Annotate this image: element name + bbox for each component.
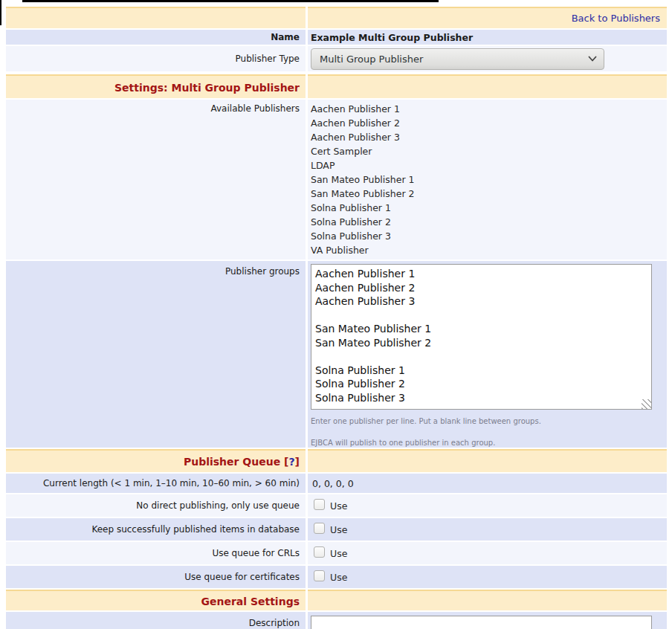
publisher-groups-cell: Aachen Publisher 1 Aachen Publisher 2 Aa…: [308, 261, 667, 448]
keep-published-items-cell: Use: [308, 518, 667, 541]
list-item: LDAP: [311, 158, 667, 172]
list-item: Aachen Publisher 2: [311, 116, 667, 130]
publisher-queue-title: Publisher Queue [?]: [6, 449, 306, 472]
settings-section-header-spacer: [308, 74, 667, 98]
keep-published-items-label: Keep successfully published items in dat…: [6, 518, 306, 541]
use-queue-crls-use-label[interactable]: Use: [330, 548, 347, 559]
publisher-type-row: Publisher Type Multi Group Publisher: [6, 46, 667, 71]
name-label: Name: [6, 30, 306, 45]
current-length-label: Current length (< 1 min, 1–10 min, 10–60…: [6, 474, 306, 493]
settings-section-title: Settings: Multi Group Publisher: [6, 74, 306, 98]
back-to-publishers-link[interactable]: Back to Publishers: [572, 13, 660, 24]
screenshot-edge-artifact: [0, 0, 1, 25]
top-bar: Back to Publishers: [6, 7, 667, 28]
no-direct-publishing-label: No direct publishing, only use queue: [6, 494, 306, 517]
publisher-queue-header-row: Publisher Queue [?]: [6, 449, 667, 472]
use-queue-certificates-checkbox[interactable]: [314, 570, 325, 581]
available-publishers-row: Available Publishers Aachen Publisher 1A…: [6, 100, 667, 259]
current-length-value: 0, 0, 0, 0: [308, 474, 667, 493]
list-item: Solna Publisher 2: [311, 215, 667, 229]
settings-section-header-row: Settings: Multi Group Publisher: [6, 74, 667, 98]
list-item: San Mateo Publisher 1: [311, 172, 667, 187]
publisher-type-select-wrap: Multi Group Publisher: [311, 48, 604, 70]
no-direct-publishing-checkbox[interactable]: [314, 499, 325, 510]
queue-help-link[interactable]: ?: [288, 456, 294, 468]
top-bar-left: [6, 7, 306, 28]
general-settings-title: General Settings: [6, 590, 306, 610]
publisher-groups-help-1: Enter one publisher per line. Put a blan…: [311, 417, 667, 425]
use-queue-crls-row: Use queue for CRLs Use: [6, 542, 667, 564]
publisher-type-cell: Multi Group Publisher: [308, 46, 667, 71]
publisher-form-table: Back to Publishers Name Example Multi Gr…: [6, 7, 667, 629]
list-item: Cert Sampler: [311, 144, 667, 158]
publisher-queue-title-text: Publisher Queue: [184, 456, 280, 468]
available-publishers-cell: Aachen Publisher 1Aachen Publisher 2Aach…: [308, 100, 667, 259]
no-direct-publishing-use-label[interactable]: Use: [330, 500, 347, 512]
use-queue-certificates-label: Use queue for certificates: [6, 566, 306, 588]
available-publishers-label: Available Publishers: [6, 100, 306, 259]
list-item: Solna Publisher 3: [311, 229, 667, 243]
description-row: Description: [6, 612, 667, 629]
resize-grip-icon[interactable]: [642, 399, 651, 409]
list-item: San Mateo Publisher 2: [311, 187, 667, 201]
use-queue-crls-label: Use queue for CRLs: [6, 542, 306, 564]
publisher-type-label: Publisher Type: [6, 46, 306, 71]
no-direct-publishing-row: No direct publishing, only use queue Use: [6, 494, 667, 517]
no-direct-publishing-cell: Use: [308, 494, 667, 517]
publisher-groups-label: Publisher groups: [6, 261, 306, 448]
screenshot-edge-artifact: [22, 0, 439, 2]
publisher-queue-header-spacer: [308, 449, 667, 472]
publisher-groups-help-2: EJBCA will publish to one publisher in e…: [311, 439, 667, 447]
list-item: VA Publisher: [311, 243, 667, 257]
publisher-groups-row: Publisher groups Aachen Publisher 1 Aach…: [6, 261, 667, 448]
publisher-groups-textarea[interactable]: Aachen Publisher 1 Aachen Publisher 2 Aa…: [311, 264, 652, 410]
use-queue-certificates-use-label[interactable]: Use: [330, 572, 347, 583]
list-item: Solna Publisher 1: [311, 201, 667, 215]
name-row: Name Example Multi Group Publisher: [6, 30, 667, 45]
description-label: Description: [6, 612, 306, 629]
use-queue-certificates-row: Use queue for certificates Use: [6, 566, 667, 588]
keep-published-items-use-label[interactable]: Use: [330, 524, 347, 535]
list-item: Aachen Publisher 1: [311, 102, 667, 116]
top-bar-right: Back to Publishers: [308, 7, 667, 28]
general-settings-header-row: General Settings: [6, 590, 667, 610]
current-length-row: Current length (< 1 min, 1–10 min, 10–60…: [6, 474, 667, 493]
available-publishers-list: Aachen Publisher 1Aachen Publisher 2Aach…: [311, 102, 667, 257]
keep-published-items-checkbox[interactable]: [314, 523, 325, 534]
general-settings-header-spacer: [308, 590, 667, 610]
use-queue-crls-cell: Use: [308, 542, 667, 564]
queue-help-bracket-close: ]: [295, 456, 300, 468]
keep-published-items-row: Keep successfully published items in dat…: [6, 518, 667, 541]
publisher-type-select[interactable]: Multi Group Publisher: [311, 48, 604, 70]
list-item: Aachen Publisher 3: [311, 130, 667, 144]
description-input[interactable]: [311, 616, 652, 629]
description-cell: [308, 612, 667, 629]
use-queue-certificates-cell: Use: [308, 566, 667, 588]
name-value: Example Multi Group Publisher: [308, 30, 667, 45]
publisher-edit-page: Back to Publishers Name Example Multi Gr…: [0, 0, 672, 629]
publisher-groups-textarea-wrap: Aachen Publisher 1 Aachen Publisher 2 Aa…: [311, 264, 652, 410]
use-queue-crls-checkbox[interactable]: [314, 546, 325, 558]
